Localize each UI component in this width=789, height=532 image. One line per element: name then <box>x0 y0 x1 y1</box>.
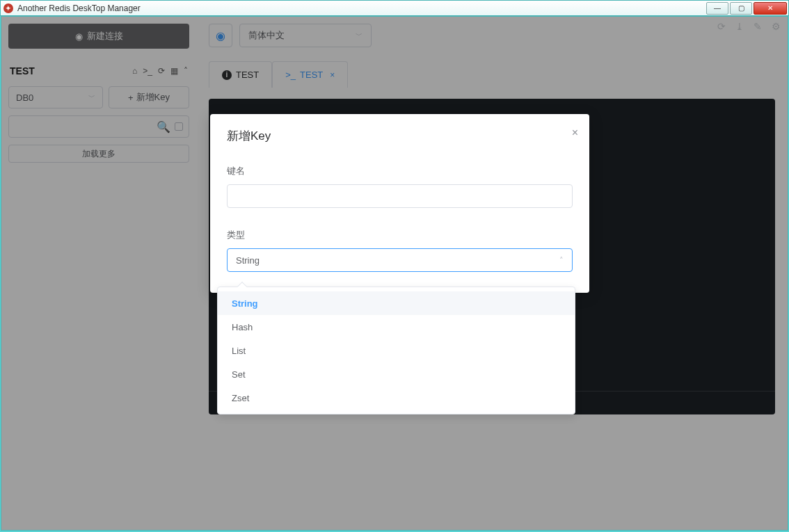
window-title: Another Redis DeskTop Manager <box>17 3 141 13</box>
dialog-close-button[interactable]: × <box>572 127 578 139</box>
key-type-select[interactable]: String ˄ <box>227 248 573 272</box>
window-close-button[interactable]: ✕ <box>754 2 787 15</box>
app-icon: ✦ <box>3 3 13 13</box>
chevron-up-icon: ˄ <box>559 256 564 265</box>
add-key-dialog: 新增Key × 键名 类型 String ˄ <box>210 114 589 293</box>
dropdown-option-zset[interactable]: Zset <box>218 386 575 410</box>
dropdown-option-set[interactable]: Set <box>218 362 575 386</box>
window-buttons: — ▢ ✕ <box>706 2 788 15</box>
key-type-selected: String <box>236 255 260 266</box>
window-maximize-button[interactable]: ▢ <box>730 2 752 15</box>
key-name-label: 键名 <box>227 165 573 177</box>
window-titlebar: ✦ Another Redis DeskTop Manager — ▢ ✕ <box>0 0 789 16</box>
dropdown-option-hash[interactable]: Hash <box>218 315 575 339</box>
key-name-input[interactable] <box>227 184 573 208</box>
app-frame: ⟳ ⤓ ✎ ⚙ ◉ 新建连接 TEST ⌂ >_ ⟳ ▦ ˄ <box>1 16 788 531</box>
key-type-label: 类型 <box>227 229 573 241</box>
dropdown-option-string[interactable]: String <box>218 291 575 315</box>
dialog-title: 新增Key <box>227 128 573 144</box>
key-type-dropdown: String Hash List Set Zset <box>217 287 575 414</box>
window-minimize-button[interactable]: — <box>706 2 728 15</box>
dropdown-option-list[interactable]: List <box>218 339 575 362</box>
